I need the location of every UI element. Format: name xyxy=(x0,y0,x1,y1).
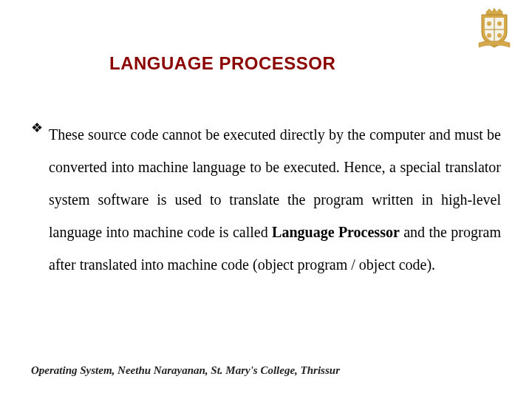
slide-footer: Operating System, Neethu Narayanan, St. … xyxy=(31,364,340,377)
svg-point-5 xyxy=(497,33,502,38)
svg-point-2 xyxy=(487,21,491,26)
svg-point-4 xyxy=(487,33,491,38)
text-part-1: These source code cannot be executed dir… xyxy=(49,126,501,240)
college-crest-icon xyxy=(471,6,517,52)
diamond-bullet-icon: ❖ xyxy=(31,120,43,136)
text-bold-1: Language Processor xyxy=(272,224,400,240)
content-area: ❖ These source code cannot be executed d… xyxy=(31,118,501,281)
bullet-text: These source code cannot be executed dir… xyxy=(49,118,501,281)
slide: LANGUAGE PROCESSOR ❖ These source code c… xyxy=(0,0,532,399)
bullet-item: ❖ These source code cannot be executed d… xyxy=(31,118,501,281)
slide-title: LANGUAGE PROCESSOR xyxy=(109,53,335,74)
svg-point-3 xyxy=(497,21,502,26)
